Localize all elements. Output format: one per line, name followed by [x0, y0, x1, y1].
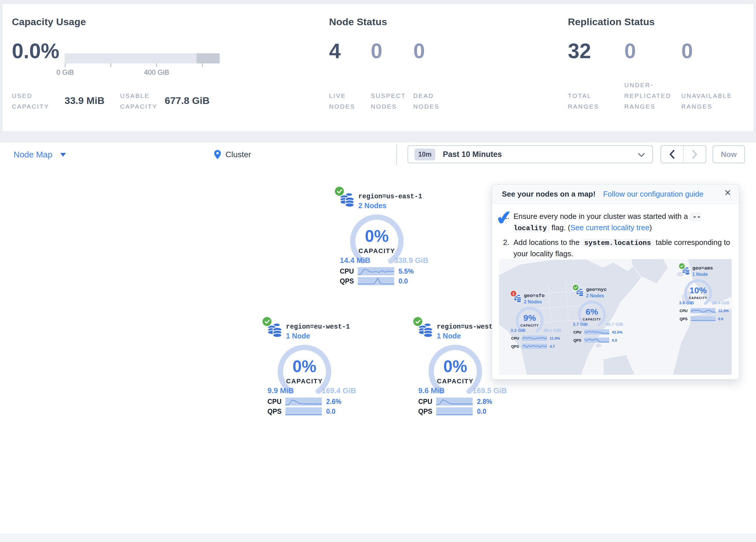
region-nodes-link[interactable]: 1 Node: [286, 332, 310, 340]
qps-label: QPS: [418, 408, 436, 416]
used-value: 9.6 MiB: [418, 386, 445, 395]
node-map-setup-popup: See your nodes on a map! Follow our conf…: [492, 184, 739, 380]
capacity-label: CAPACITY: [348, 247, 406, 255]
region-nodes-link[interactable]: 2 Nodes: [358, 201, 386, 210]
view-mode-label: Node Map: [14, 150, 52, 159]
free-value: 169.5 GiB: [472, 386, 507, 395]
axis-tick-label: 400 GiB: [139, 68, 174, 76]
status-ok-icon: [412, 316, 423, 327]
geo-name: geo=sfo: [524, 293, 544, 299]
capacity-values: 14.4 MiB 338.9 GiB: [340, 256, 428, 265]
region-name: region=us-east-1: [358, 193, 422, 200]
cpu-metric-row: CPU 11.0%: [511, 335, 562, 341]
cpu-label: CPU: [418, 398, 436, 406]
toolbar-divider: [396, 144, 397, 165]
qps-sparkline: [522, 344, 547, 349]
capacity-bar-used-segment: [197, 53, 220, 63]
free-value: 65.7 GiB: [606, 322, 623, 327]
qps-sparkline: [285, 407, 322, 416]
now-button[interactable]: Now: [713, 145, 745, 163]
geo-nodes-link[interactable]: 2 Nodes: [586, 293, 604, 299]
blue-check-mark-icon: ✔: [495, 207, 513, 228]
popup-header: See your nodes on a map! Follow our conf…: [492, 184, 739, 204]
geo-card-ams[interactable]: geo=ams 1 Node 10% CAPACITY 3.6 GiB 34.4…: [679, 263, 730, 330]
time-range-dropdown[interactable]: 10m Past 10 Minutes: [408, 145, 653, 163]
capacity-percent: 0%: [276, 357, 333, 376]
status-ok-icon: [262, 316, 272, 327]
used-capacity-value: 33.9 MiB: [65, 95, 104, 106]
free-value: 34.4 GiB: [712, 300, 729, 305]
geo-card-sfo[interactable]: 1 geo=sfo 2 Nodes 9% CAPACITY: [511, 291, 562, 357]
geo-name: geo=ams: [692, 265, 713, 271]
unavailable-ranges-label: UNAVAILABLERANGES: [681, 90, 732, 112]
geo-name: geo=nyc: [586, 287, 607, 293]
free-value: 338.9 GiB: [394, 256, 428, 265]
qps-value: 0.0: [326, 408, 335, 416]
qps-metric-row: QPS 0.0: [340, 277, 431, 286]
capacity-label: CAPACITY: [276, 378, 333, 385]
geo-card-nyc[interactable]: geo=nyc 2 Nodes 6% CAPACITY 3.7 GiB 65.7…: [573, 285, 624, 351]
cpu-metric-row: CPU 2.6%: [267, 397, 359, 406]
under-replicated-label: UNDER-REPLICATEDRANGES: [624, 80, 671, 112]
capacity-percent: 0.0%: [12, 41, 59, 61]
qps-metric-row: QPS 0.0: [573, 337, 624, 343]
axis-tick: [202, 63, 203, 67]
under-replicated-count: 0: [624, 41, 636, 61]
locality-tree-link[interactable]: See current locality tree: [570, 223, 649, 232]
live-nodes-count: 4: [329, 41, 341, 61]
live-nodes-label: LIVENODES: [329, 90, 355, 112]
free-value: 169.4 GiB: [322, 386, 356, 395]
configuration-guide-link[interactable]: Follow our configuration guide: [603, 190, 704, 198]
capacity-values: 9.6 MiB 169.5 GiB: [418, 386, 507, 395]
free-value: 35.1 GiB: [544, 328, 561, 333]
cpu-sparkline: [691, 308, 715, 313]
usable-capacity-value: 677.8 GiB: [165, 95, 210, 106]
cpu-sparkline: [436, 398, 473, 406]
breadcrumb[interactable]: Cluster: [214, 142, 251, 167]
cpu-label: CPU: [267, 398, 285, 406]
usable-capacity-label: USABLECAPACITY: [120, 90, 157, 112]
cpu-metric-row: CPU 42.5%: [573, 329, 624, 335]
qps-value: 0.0: [477, 408, 486, 416]
cpu-sparkline: [522, 336, 547, 341]
geo-nodes-link[interactable]: 2 Nodes: [524, 300, 542, 305]
region-nodes-link[interactable]: 1 Node: [437, 332, 461, 340]
region-card-eu-west-1[interactable]: region=eu-west-1 1 Node 0% CAPACITY 9.9 …: [263, 319, 359, 418]
view-mode-dropdown[interactable]: Node Map: [14, 142, 66, 167]
qps-metric-row: QPS 0.0: [418, 407, 510, 416]
axis-tick: [156, 63, 157, 67]
suspect-nodes-label: SUSPECTNODES: [371, 90, 406, 112]
popup-title: See your nodes on a map!: [502, 190, 596, 198]
geo-nodes-link[interactable]: 1 Node: [692, 272, 708, 277]
time-step-buttons: [660, 145, 706, 163]
dead-nodes-count: 0: [413, 41, 425, 61]
capacity-values: 9.9 MiB 169.4 GiB: [267, 386, 356, 395]
qps-label: QPS: [340, 278, 358, 285]
page-bottom-strip: [0, 534, 756, 542]
region-card-us-east-1[interactable]: region=us-east-1 2 Nodes 0% CAPACITY 14.…: [335, 188, 431, 288]
setup-step-1: 1. Ensure every node in your cluster was…: [503, 211, 731, 234]
time-prev-button[interactable]: [661, 146, 683, 163]
cpu-sparkline: [584, 330, 609, 335]
unavailable-count: 0: [681, 41, 693, 61]
qps-value: 0.0: [399, 278, 408, 285]
breadcrumb-label: Cluster: [225, 150, 251, 159]
used-capacity-label: USEDCAPACITY: [12, 90, 49, 112]
chevron-down-icon: [60, 152, 66, 157]
qps-metric-row: QPS 0.0: [267, 407, 359, 416]
qps-sparkline: [436, 407, 473, 416]
region-name: region=us-west-1: [437, 323, 501, 331]
total-ranges-count: 32: [568, 41, 591, 61]
time-next-button[interactable]: [683, 146, 706, 163]
close-icon[interactable]: ✕: [724, 188, 731, 197]
setup-step-1-text: Ensure every node in your cluster was st…: [513, 211, 731, 234]
map-toolbar: Node Map Cluster 10m Past 10 Minutes Now: [0, 142, 756, 167]
status-ok-icon: [572, 284, 579, 291]
cpu-metric-row: CPU 12.3%: [680, 308, 730, 314]
replication-status-title: Replication Status: [568, 16, 655, 27]
setup-step-2-text: Add locations to the system.locations ta…: [513, 237, 731, 259]
capacity-percent: 0%: [348, 226, 406, 245]
setup-steps: 1. Ensure every node in your cluster was…: [503, 211, 731, 262]
chevron-left-icon: [669, 150, 675, 159]
node-map-canvas: region=us-east-1 2 Nodes 0% CAPACITY 14.…: [0, 166, 756, 534]
